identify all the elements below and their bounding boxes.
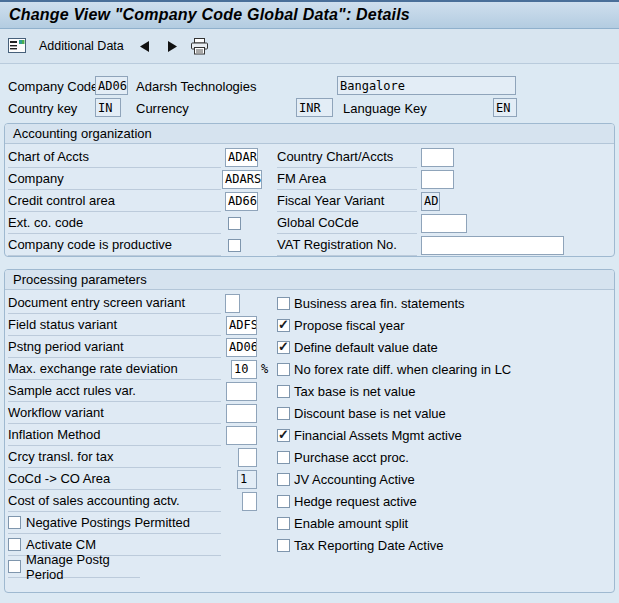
country-chart-accts-label: Country Chart/Accts — [277, 147, 417, 168]
purchase-acct-proc-checkbox[interactable] — [277, 451, 290, 464]
form-row: Max. exchange rate deviation 10 % No for… — [5, 358, 614, 380]
tax-reporting-date-active-checkbox[interactable] — [277, 539, 290, 552]
field-status-variant-field[interactable]: ADFS — [226, 316, 257, 335]
cost-of-sales-accounting-label: Cost of sales accounting actv. — [8, 491, 221, 512]
accounting-organization-group: Accounting organization Chart of Accts A… — [4, 123, 615, 257]
pstng-period-variant-field[interactable]: AD06 — [226, 338, 257, 357]
percent-sign: % — [261, 362, 268, 376]
form-row: Workflow variant Discount base is net va… — [5, 402, 614, 424]
manage-postg-period-label: Manage Postg Period — [26, 552, 140, 582]
propose-fiscal-year-checkbox[interactable] — [277, 319, 290, 332]
chart-of-accts-field[interactable]: ADAR — [225, 148, 258, 167]
field-status-variant-label: Field status variant — [8, 315, 221, 336]
sap-window: Change View "Company Code Global Data": … — [0, 0, 619, 603]
company-code-label: Company Code — [8, 79, 98, 94]
currency-field[interactable]: INR — [296, 98, 333, 117]
inflation-method-field[interactable] — [226, 426, 257, 445]
vat-registration-label: VAT Registration No. — [277, 235, 417, 256]
print-icon[interactable] — [190, 38, 209, 55]
application-toolbar: Additional Data — [0, 29, 619, 64]
next-entry-icon[interactable] — [166, 41, 180, 52]
fiscal-year-variant-field[interactable]: AD — [421, 192, 440, 211]
max-exchange-rate-deviation-label: Max. exchange rate deviation — [8, 359, 221, 380]
fm-area-label: FM Area — [277, 169, 417, 190]
chart-of-accts-label: Chart of Accts — [8, 147, 221, 168]
fiscal-year-variant-label: Fiscal Year Variant — [277, 191, 417, 212]
global-cocde-label: Global CoCde — [277, 213, 417, 234]
company-code-productive-checkbox[interactable] — [228, 239, 241, 252]
workflow-variant-field[interactable] — [226, 404, 257, 423]
form-row: Negative Postings Permitted Enable amoun… — [5, 512, 614, 534]
tax-base-net-value-label: Tax base is net value — [294, 384, 415, 399]
enable-amount-split-checkbox[interactable] — [277, 517, 290, 530]
negative-postings-permitted-label: Negative Postings Permitted — [26, 515, 190, 530]
sample-acct-rules-var-field[interactable] — [226, 382, 257, 401]
currency-label: Currency — [136, 101, 189, 116]
language-key-field[interactable]: EN — [493, 98, 517, 117]
document-entry-screen-variant-field[interactable] — [225, 294, 240, 313]
hedge-request-active-label: Hedge request active — [294, 494, 417, 509]
processing-parameters-group: Processing parameters Document entry scr… — [4, 269, 615, 593]
company-code-field[interactable]: AD06 — [95, 76, 128, 95]
max-exchange-rate-deviation-field[interactable]: 10 — [231, 360, 257, 379]
financial-assets-mgmt-checkbox[interactable] — [277, 429, 290, 442]
form-row: Field status variant ADFS Propose fiscal… — [5, 314, 614, 336]
crcy-transl-for-tax-field[interactable] — [238, 448, 257, 467]
pstng-period-variant-label: Pstng period variant — [8, 337, 221, 358]
discount-base-net-value-checkbox[interactable] — [277, 407, 290, 420]
jv-accounting-active-label: JV Accounting Active — [294, 472, 415, 487]
form-row: Chart of Accts ADAR Country Chart/Accts — [5, 146, 614, 168]
country-key-label: Country key — [8, 101, 77, 116]
credit-control-area-field[interactable]: AD66 — [225, 192, 258, 211]
form-row: Manage Postg Period — [5, 556, 614, 578]
ext-co-code-checkbox[interactable] — [228, 217, 241, 230]
enable-amount-split-label: Enable amount split — [294, 516, 408, 531]
company-label: Company — [8, 169, 221, 190]
inflation-method-label: Inflation Method — [8, 425, 221, 446]
cost-of-sales-accounting-field[interactable] — [242, 492, 257, 511]
company-city-field[interactable]: Bangalore — [337, 76, 516, 95]
company-field[interactable]: ADARSH — [222, 170, 262, 189]
cocd-co-area-label: CoCd -> CO Area — [8, 469, 221, 490]
crcy-transl-for-tax-label: Crcy transl. for tax — [8, 447, 221, 468]
activate-cm-label: Activate CM — [26, 537, 96, 552]
credit-control-area-label: Credit control area — [8, 191, 221, 212]
country-chart-accts-field[interactable] — [421, 148, 454, 167]
cocd-co-area-field[interactable]: 1 — [237, 470, 257, 489]
form-row: Sample acct rules var. Tax base is net v… — [5, 380, 614, 402]
business-area-fin-statements-label: Business area fin. statements — [294, 296, 465, 311]
fm-area-field[interactable] — [421, 170, 454, 189]
previous-entry-icon[interactable] — [138, 41, 152, 52]
country-key-field[interactable]: IN — [95, 98, 121, 117]
company-name-text: Adarsh Technologies — [136, 79, 256, 94]
form-row: Cost of sales accounting actv. Hedge req… — [5, 490, 614, 512]
hedge-request-active-checkbox[interactable] — [277, 495, 290, 508]
section-title: Accounting organization — [5, 124, 614, 144]
language-key-label: Language Key — [343, 101, 427, 116]
form-row: Crcy transl. for tax Purchase acct proc. — [5, 446, 614, 468]
manage-postg-period-checkbox[interactable] — [8, 560, 21, 573]
page-title: Change View "Company Code Global Data": … — [9, 6, 410, 24]
define-default-value-date-checkbox[interactable] — [277, 341, 290, 354]
business-area-fin-statements-checkbox[interactable] — [277, 297, 290, 310]
ext-co-code-label: Ext. co. code — [8, 213, 221, 234]
negative-postings-permitted-checkbox[interactable] — [8, 516, 21, 529]
tax-base-net-value-checkbox[interactable] — [277, 385, 290, 398]
jv-accounting-active-checkbox[interactable] — [277, 473, 290, 486]
form-row: Inflation Method Financial Assets Mgmt a… — [5, 424, 614, 446]
activate-cm-checkbox[interactable] — [8, 538, 21, 551]
details-form-icon[interactable] — [8, 38, 26, 54]
global-cocde-field[interactable] — [421, 214, 467, 233]
tax-reporting-date-active-label: Tax Reporting Date Active — [294, 538, 444, 553]
financial-assets-mgmt-label: Financial Assets Mgmt active — [294, 428, 462, 443]
form-row: Ext. co. code Global CoCde — [5, 212, 614, 234]
additional-data-button[interactable]: Additional Data — [39, 39, 124, 53]
form-row: Credit control area AD66 Fiscal Year Var… — [5, 190, 614, 212]
no-forex-rate-diff-checkbox[interactable] — [277, 363, 290, 376]
workflow-variant-label: Workflow variant — [8, 403, 221, 424]
form-row: Company code is productive VAT Registrat… — [5, 234, 614, 256]
vat-registration-field[interactable] — [421, 236, 564, 255]
company-code-productive-label: Company code is productive — [8, 235, 221, 256]
header-fields-area: Company Code AD06 Adarsh Technologies Ba… — [0, 64, 619, 119]
title-bar: Change View "Company Code Global Data": … — [0, 2, 619, 29]
